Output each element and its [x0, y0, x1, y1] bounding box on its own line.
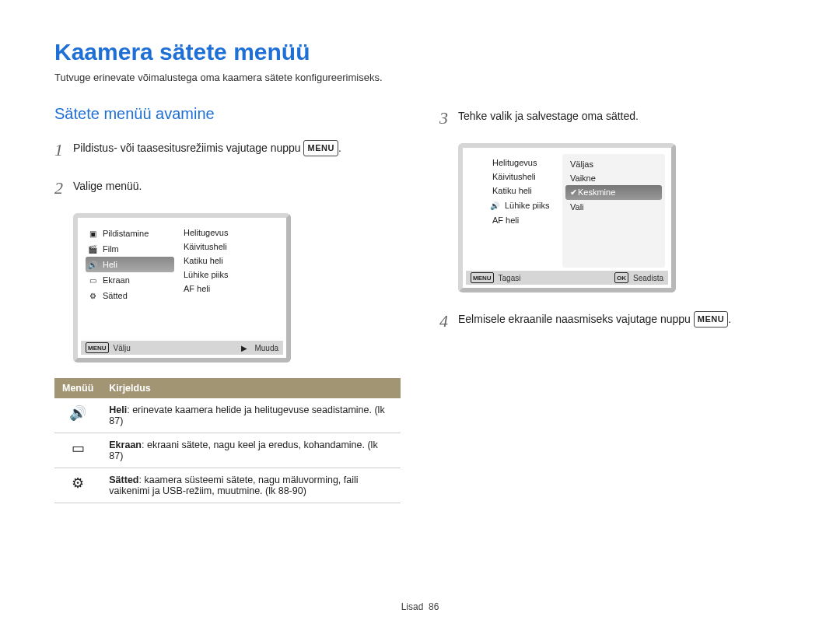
lcd-item: Lühike piiks [505, 201, 549, 210]
page-title: Kaamera sätete menüü [54, 39, 786, 65]
step-text: Pildistus- või taasesitusrežiimis vajuta… [73, 137, 401, 156]
film-icon: 🎬 [87, 243, 98, 254]
step-4-pre: Eelmisele ekraanile naasmiseks vajutage … [458, 313, 694, 325]
lcd-foot-right: Muuda [254, 344, 278, 352]
table-row: ▭ Ekraan: ekraani sätete, nagu keel ja e… [54, 433, 401, 468]
menu-button-label: MENU [694, 311, 728, 328]
page-subtitle: Tutvuge erinevate võimalustega oma kaame… [54, 72, 786, 83]
row-desc: : erinevate kaamera helide ja helitugevu… [109, 405, 384, 426]
lcd-option: Käivitusheli [179, 240, 280, 254]
ok-icon: OK [614, 272, 628, 283]
lcd-item: Pildistamine [103, 229, 149, 238]
step-4-post: . [728, 313, 731, 325]
sound-icon: 🔊 [489, 200, 500, 211]
sound-icon: 🔊 [87, 259, 98, 270]
lcd-screenshot-option: Helitugevus Käivitusheli Katiku heli 🔊Lü… [458, 143, 676, 292]
step-number: 1 [54, 137, 73, 163]
play-icon: ▶ [239, 342, 250, 353]
step-number: 3 [439, 105, 458, 131]
step-1-pre: Pildistus- või taasesitusrežiimis vajuta… [73, 142, 303, 154]
row-term: Heli [109, 405, 127, 415]
screen-icon: ▭ [87, 275, 98, 285]
step-text: Eelmisele ekraanile naasmiseks vajutage … [458, 308, 786, 328]
lcd-option-selected: ✔Keskmine [565, 185, 662, 200]
lcd-option: AF heli [179, 282, 280, 296]
lcd-item: Helitugevus [488, 156, 559, 170]
lcd-item: Ekraan [103, 275, 130, 285]
step-1: 1 Pildistus- või taasesitusrežiimis vaju… [54, 137, 401, 163]
lcd-item: Film [103, 244, 119, 254]
row-desc: : kaamera süsteemi sätete, nagu mäluvorm… [109, 475, 358, 496]
page-footer: Lisad 86 [0, 601, 840, 612]
sound-icon: 🔊 [69, 405, 86, 421]
menu-button-label: MENU [303, 140, 338, 156]
lcd-item: Heli [103, 260, 117, 269]
camera-icon: ▣ [87, 228, 98, 239]
lcd-foot-left: Tagasi [499, 274, 521, 282]
menu-icon: MENU [471, 272, 494, 283]
menu-description-table: Menüü Kirjeldus 🔊 Heli: erinevate kaamer… [54, 378, 401, 503]
lcd-item: Käivitusheli [488, 170, 559, 184]
row-desc: : ekraani sätete, nagu keel ja eredus, k… [109, 440, 377, 461]
menu-icon: MENU [86, 342, 109, 353]
lcd-option: Lühike piiks [179, 268, 280, 282]
footer-section: Lisad [401, 601, 424, 612]
lcd-option: Katiku heli [179, 254, 280, 268]
lcd-foot-right: Seadista [633, 274, 663, 282]
lcd-item: Sätted [103, 291, 128, 300]
right-column: 3 Tehke valik ja salvestage oma sätted. … [439, 105, 786, 503]
step-text: Valige menüü. [73, 175, 401, 194]
step-1-post: . [338, 142, 341, 154]
lcd-screenshot-menu: ▣Pildistamine 🎬Film 🔊Heli ▭Ekraan ⚙Sätte… [73, 213, 291, 363]
left-column: Sätete menüü avamine 1 Pildistus- või ta… [54, 105, 401, 503]
row-term: Sätted [109, 475, 138, 485]
gear-icon: ⚙ [87, 290, 98, 301]
gear-icon: ⚙ [72, 475, 84, 491]
step-3: 3 Tehke valik ja salvestage oma sätted. [439, 105, 786, 131]
step-number: 4 [439, 308, 458, 334]
step-2: 2 Valige menüü. [54, 175, 401, 201]
section-title: Sätete menüü avamine [54, 105, 401, 123]
step-text: Tehke valik ja salvestage oma sätted. [458, 105, 786, 124]
row-term: Ekraan [109, 440, 142, 450]
lcd-footer: MENU Välju ▶ Muuda [81, 341, 283, 355]
lcd-option: Väljas [565, 157, 662, 171]
lcd-footer: MENU Tagasi OK Seadista [466, 271, 668, 285]
step-4: 4 Eelmisele ekraanile naasmiseks vajutag… [439, 308, 786, 334]
lcd-item: AF heli [488, 213, 559, 227]
lcd-foot-left: Välju [114, 344, 131, 352]
lcd-option-label: Keskmine [578, 187, 615, 197]
table-row: 🔊 Heli: erinevate kaamera helide ja heli… [54, 398, 401, 433]
screen-icon: ▭ [72, 440, 85, 456]
lcd-option: Helitugevus [179, 226, 280, 240]
table-header-menu: Menüü [54, 378, 101, 398]
lcd-item: Katiku heli [488, 184, 559, 198]
table-header-desc: Kirjeldus [101, 378, 401, 398]
step-number: 2 [54, 175, 73, 201]
table-row: ⚙ Sätted: kaamera süsteemi sätete, nagu … [54, 468, 401, 503]
lcd-option: Vaikne [565, 171, 662, 185]
lcd-option: Vali [565, 200, 662, 214]
footer-page-number: 86 [429, 601, 439, 612]
